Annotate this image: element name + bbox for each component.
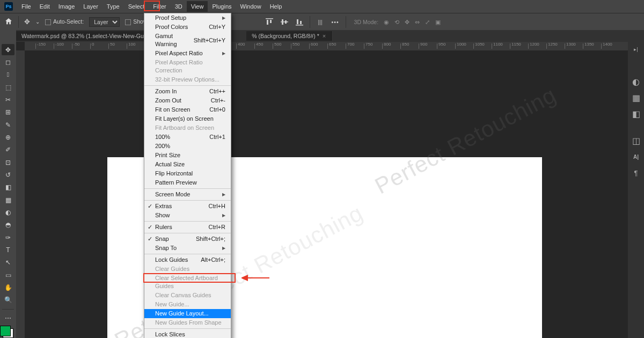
brush-tool[interactable]: ✐ — [2, 144, 14, 156]
menu-plugins[interactable]: Plugins — [208, 1, 236, 12]
eraser-tool[interactable]: ◧ — [2, 182, 14, 193]
menu-separator — [144, 188, 231, 189]
eyedropper-tool[interactable]: ✎ — [2, 119, 14, 130]
menu-item-screen-mode[interactable]: Screen Mode▶ — [144, 190, 231, 199]
menu-item-extras[interactable]: ✓ExtrasCtrl+H — [144, 202, 231, 211]
menu-item-label: Fit on Screen — [155, 106, 190, 114]
path-selection-tool[interactable]: ↖ — [2, 257, 14, 268]
menu-item-snap-to[interactable]: Snap To▶ — [144, 244, 231, 253]
menu-type[interactable]: Type — [103, 1, 124, 12]
menu-3d[interactable]: 3D — [171, 1, 187, 12]
3d-camera-icon[interactable]: ▣ — [435, 19, 441, 25]
align-vcenter-icon[interactable] — [280, 17, 289, 27]
move-tool[interactable]: ✥ — [2, 44, 14, 55]
document-tab[interactable]: % (Background, RGB/8#) *× — [246, 31, 332, 41]
pen-tool[interactable]: ✑ — [2, 232, 14, 243]
3d-scale-icon[interactable]: ⤢ — [425, 19, 430, 25]
menu-window[interactable]: Window — [236, 1, 266, 12]
svg-rect-1 — [267, 20, 268, 25]
move-tool-icon[interactable]: ✥ — [24, 18, 30, 26]
menu-item-print-size[interactable]: Print Size — [144, 151, 231, 160]
shortcut: Ctrl+H — [209, 202, 225, 210]
crop-tool[interactable]: ✂ — [2, 94, 14, 105]
3d-roll-icon[interactable]: ⟲ — [394, 19, 399, 25]
menu-item-200[interactable]: 200% — [144, 142, 231, 151]
menu-help[interactable]: Help — [266, 1, 287, 12]
menu-item-label: Gamut Warning — [155, 32, 194, 48]
zoom-tool[interactable]: 🔍 — [2, 295, 14, 306]
menu-item-new-guide: New Guide... — [144, 300, 231, 309]
ruler-vertical[interactable] — [16, 50, 25, 338]
menu-file[interactable]: File — [17, 1, 35, 12]
menu-layer[interactable]: Layer — [79, 1, 103, 12]
3d-pan-icon[interactable]: ✥ — [405, 19, 409, 25]
frame-tool[interactable]: ⊞ — [2, 107, 14, 118]
edit-toolbar[interactable]: ⋯ — [2, 313, 14, 324]
type-tool[interactable]: T — [2, 244, 14, 255]
more-align-icon[interactable]: ||| — [316, 17, 325, 27]
home-icon[interactable] — [4, 17, 13, 27]
auto-select-checkbox[interactable]: Auto-Select: — [45, 18, 84, 25]
color-panel-icon[interactable]: ◐ — [631, 76, 641, 87]
history-brush-tool[interactable]: ↺ — [2, 169, 14, 180]
menu-item-100[interactable]: 100%Ctrl+1 — [144, 133, 231, 142]
gradient-tool[interactable]: ▦ — [2, 194, 14, 205]
3d-orbit-icon[interactable]: ◉ — [384, 19, 389, 25]
libraries-panel-icon[interactable]: ◫ — [631, 135, 641, 146]
menu-item-lock-guides[interactable]: Lock GuidesAlt+Ctrl+; — [144, 255, 231, 264]
ruler-horizontal[interactable]: -150-100-5005010015020025030035040045050… — [25, 42, 628, 50]
menu-item-proof-setup[interactable]: Proof Setup▶ — [144, 13, 231, 23]
more-icon[interactable]: ••• — [331, 17, 340, 27]
menu-item-snap[interactable]: ✓SnapShift+Ctrl+; — [144, 234, 231, 244]
marquee-tool[interactable]: ◻ — [2, 56, 14, 68]
menu-select[interactable]: Select — [124, 1, 149, 12]
menu-item-label: Proof Colors — [155, 23, 188, 31]
color-swatches[interactable] — [3, 328, 13, 338]
menu-item-pattern-preview[interactable]: Pattern Preview — [144, 178, 231, 187]
character-panel-icon[interactable]: A| — [631, 151, 641, 162]
adjustments-panel-icon[interactable]: ◧ — [631, 108, 641, 119]
dodge-tool[interactable]: ◓ — [2, 219, 14, 231]
menu-separator — [144, 328, 231, 329]
menu-filter[interactable]: Filter — [149, 1, 170, 12]
paragraph-panel-icon[interactable]: ¶ — [631, 167, 641, 178]
menu-item-zoom-out[interactable]: Zoom OutCtrl+- — [144, 96, 231, 105]
layer-select[interactable]: Layer — [89, 17, 120, 27]
menu-item-pixel-aspect-ratio[interactable]: Pixel Aspect Ratio▶ — [144, 49, 231, 58]
lasso-tool[interactable]: 𓍼 — [2, 69, 14, 80]
submenu-arrow-icon: ▶ — [222, 190, 225, 199]
document-tabbar: Watermark.psd @ 83.2% (1.select-View-New… — [0, 30, 644, 42]
dropdown-caret-icon[interactable]: ⌄ — [35, 19, 40, 25]
object-selection-tool[interactable]: ⬚ — [2, 82, 14, 93]
menu-item-proof-colors[interactable]: Proof ColorsCtrl+Y — [144, 23, 231, 32]
menu-item-label: Pixel Aspect Ratio Correction — [155, 58, 225, 75]
healing-brush-tool[interactable]: ⊕ — [2, 131, 14, 143]
document-tab[interactable]: Watermark.psd @ 83.2% (1.select-View-New… — [16, 31, 159, 41]
menu-item-new-guide-layout[interactable]: New Guide Layout... — [144, 309, 231, 318]
menu-item-actual-size[interactable]: Actual Size — [144, 160, 231, 169]
3d-slide-icon[interactable]: ⇔ — [415, 19, 420, 25]
menu-item-fit-on-screen[interactable]: Fit on ScreenCtrl+0 — [144, 105, 231, 114]
blur-tool[interactable]: ◐ — [2, 207, 14, 218]
menu-item-flip-horizontal[interactable]: Flip Horizontal — [144, 169, 231, 178]
menu-item-rulers[interactable]: ✓RulersCtrl+R — [144, 223, 231, 232]
menu-image[interactable]: Image — [54, 1, 79, 12]
panel-expand-icon[interactable]: ▸| — [631, 44, 641, 55]
menu-item-label: New Guide... — [155, 300, 189, 308]
menu-item-zoom-in[interactable]: Zoom InCtrl++ — [144, 87, 231, 96]
menu-item-lock-slices[interactable]: Lock Slices — [144, 330, 231, 338]
menu-item-show[interactable]: Show▶ — [144, 211, 231, 220]
swatches-panel-icon[interactable]: ▦ — [631, 92, 641, 103]
hand-tool[interactable]: ✋ — [2, 282, 14, 293]
menu-edit[interactable]: Edit — [35, 1, 54, 12]
align-top-icon[interactable] — [265, 17, 274, 27]
close-icon[interactable]: × — [323, 33, 326, 39]
menu-view[interactable]: View — [187, 1, 208, 12]
clone-stamp-tool[interactable]: ⊡ — [2, 157, 14, 168]
menu-item-fit-layer-s-on-screen[interactable]: Fit Layer(s) on Screen — [144, 114, 231, 123]
align-bottom-icon[interactable] — [295, 17, 304, 27]
menu-item-gamut-warning[interactable]: Gamut WarningShift+Ctrl+Y — [144, 32, 231, 49]
menubar: Ps FileEditImageLayerTypeSelectFilter3DV… — [0, 0, 644, 13]
svg-rect-0 — [266, 18, 273, 19]
rectangle-tool[interactable]: ▭ — [2, 269, 14, 281]
